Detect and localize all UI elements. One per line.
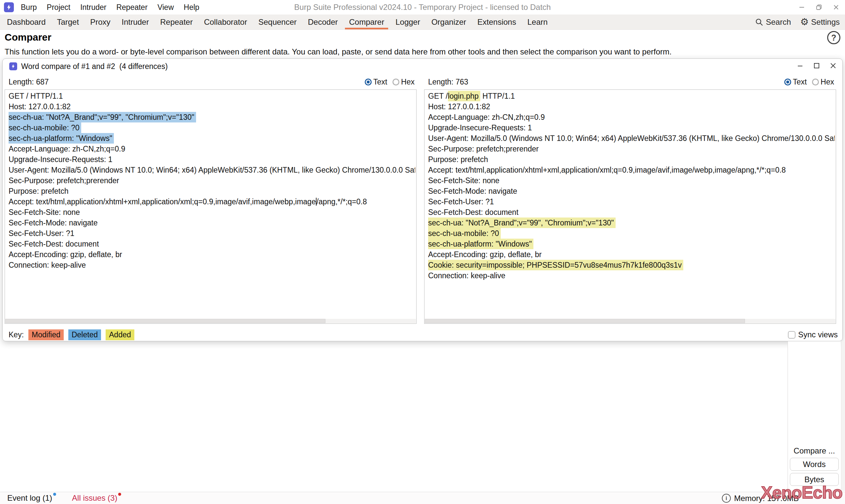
- left-mode-radios: Text Hex: [365, 77, 415, 87]
- http-line: sec-ch-ua-mobile: ?0: [428, 228, 835, 239]
- diff-deleted: sec-ch-ua-platform: "Windows": [8, 133, 114, 144]
- http-line: Cookie: security=impossible; PHPSESSID=5…: [428, 260, 835, 270]
- dialog-close-icon[interactable]: [830, 62, 837, 70]
- tab-sequencer[interactable]: Sequencer: [253, 15, 302, 29]
- http-line: sec-ch-ua: "Not?A_Brand";v="99", "Chromi…: [428, 217, 835, 228]
- left-text-radio[interactable]: Text: [365, 77, 387, 87]
- menu-project[interactable]: Project: [42, 3, 76, 12]
- http-line: Host: 127.0.0.1:82: [428, 101, 835, 112]
- http-line: Accept-Language: zh-CN,zh;q=0.9: [428, 112, 835, 123]
- compare-label: Compare ...: [788, 446, 841, 455]
- key-deleted-badge: Deleted: [68, 329, 101, 340]
- left-horizontal-scrollbar[interactable]: [5, 319, 416, 323]
- http-line: Connection: keep-alive: [428, 270, 835, 281]
- word-compare-dialog: Word compare of #1 and #2 (4 differences…: [2, 58, 843, 341]
- tab-extensions[interactable]: Extensions: [472, 15, 522, 29]
- menu-repeater[interactable]: Repeater: [111, 3, 152, 12]
- http-line: User-Agent: Mozilla/5.0 (Windows NT 10.0…: [428, 133, 835, 144]
- left-length-label: Length: 687: [8, 77, 49, 87]
- page-scrollbar[interactable]: [841, 341, 845, 491]
- compare-bytes-button[interactable]: Bytes: [790, 473, 839, 486]
- event-log-button[interactable]: Event log (1): [7, 493, 56, 503]
- right-length-label: Length: 763: [428, 77, 468, 87]
- menu-help[interactable]: Help: [179, 3, 204, 12]
- search-button[interactable]: Search: [755, 18, 791, 27]
- key-label: Key:: [8, 330, 24, 339]
- http-line: GET /login.php HTTP/1.1: [428, 91, 835, 101]
- help-icon[interactable]: ?: [827, 31, 840, 44]
- issues-dot: [118, 493, 121, 496]
- settings-label: Settings: [811, 18, 840, 27]
- right-text-radio[interactable]: Text: [784, 77, 807, 87]
- tab-organizer[interactable]: Organizer: [426, 15, 472, 29]
- tab-logger[interactable]: Logger: [390, 15, 426, 29]
- tab-collaborator[interactable]: Collaborator: [198, 15, 253, 29]
- http-line: Accept-Language: zh-CN,zh;q=0.9: [8, 144, 415, 154]
- tab-intruder[interactable]: Intruder: [116, 15, 155, 29]
- gear-icon: ⚙: [800, 17, 809, 27]
- http-line: sec-ch-ua-platform: "Windows": [8, 133, 415, 144]
- http-line: Sec-Fetch-Dest: document: [8, 239, 415, 249]
- dialog-title: Word compare of #1 and #2 (4 differences…: [21, 62, 168, 71]
- sync-views-toggle[interactable]: Sync views: [788, 330, 840, 339]
- http-line: Accept-Encoding: gzip, deflate, br: [428, 249, 835, 260]
- tab-proxy[interactable]: Proxy: [85, 15, 116, 29]
- diff-added: sec-ch-ua-platform: "Windows": [428, 239, 534, 249]
- diff-deleted: sec-ch-ua: "Not?A_Brand";v="99", "Chromi…: [8, 112, 196, 123]
- right-hex-radio[interactable]: Hex: [812, 77, 834, 87]
- sync-views-label: Sync views: [798, 330, 838, 339]
- http-line: Sec-Fetch-Dest: document: [428, 207, 835, 217]
- right-horizontal-scrollbar[interactable]: [425, 319, 835, 323]
- diff-added: Cookie: security=impossible; PHPSESSID=5…: [428, 260, 683, 270]
- menu-view[interactable]: View: [152, 3, 179, 12]
- scrollbar-thumb[interactable]: [425, 319, 745, 323]
- compare-panel-right[interactable]: GET /login.php HTTP/1.1Host: 127.0.0.1:8…: [424, 89, 836, 324]
- tab-dashboard[interactable]: Dashboard: [1, 15, 51, 29]
- menubar: Burp Project Intruder Repeater View Help: [16, 3, 204, 12]
- http-line: Sec-Fetch-User: ?1: [8, 228, 415, 239]
- minimize-icon[interactable]: [799, 4, 805, 10]
- http-line: Sec-Fetch-Mode: navigate: [8, 217, 415, 228]
- tab-learn[interactable]: Learn: [522, 15, 553, 29]
- close-icon[interactable]: [833, 4, 839, 10]
- http-line: sec-ch-ua: "Not?A_Brand";v="99", "Chromi…: [8, 112, 415, 123]
- window-title: Burp Suite Professional v2024.10 - Tempo…: [294, 3, 551, 12]
- search-icon: [755, 18, 763, 26]
- diff-deleted: sec-ch-ua-mobile: ?0: [8, 123, 81, 133]
- key-row: Key: Modified Deleted Added Sync views: [5, 329, 840, 341]
- event-log-label: Event log (1): [7, 493, 52, 503]
- scrollbar-thumb[interactable]: [5, 319, 325, 323]
- http-line: Upgrade-Insecure-Requests: 1: [428, 123, 835, 133]
- main-tabbar: Dashboard Target Proxy Intruder Repeater…: [0, 15, 845, 30]
- http-line: Accept: text/html,application/xhtml+xml,…: [8, 196, 415, 207]
- http-line: Sec-Purpose: prefetch;prerender: [428, 144, 835, 154]
- dialog-titlebar[interactable]: Word compare of #1 and #2 (4 differences…: [3, 59, 842, 74]
- menu-burp[interactable]: Burp: [16, 3, 42, 12]
- menu-intruder[interactable]: Intruder: [75, 3, 111, 12]
- tab-comparer[interactable]: Comparer: [343, 15, 390, 29]
- tab-repeater[interactable]: Repeater: [155, 15, 198, 29]
- left-hex-radio[interactable]: Hex: [393, 77, 415, 87]
- dialog-minimize-icon[interactable]: [797, 62, 804, 70]
- restore-icon[interactable]: [816, 4, 822, 10]
- tab-decoder[interactable]: Decoder: [302, 15, 344, 29]
- compare-panel-left-text[interactable]: GET / HTTP/1.1Host: 127.0.0.1:82sec-ch-u…: [8, 91, 415, 318]
- left-hex-radio-label: Hex: [401, 77, 415, 87]
- http-line: Sec-Fetch-Mode: navigate: [428, 186, 835, 196]
- compare-words-button[interactable]: Words: [790, 458, 839, 471]
- dialog-maximize-icon[interactable]: [813, 62, 820, 70]
- window-controls: [799, 4, 845, 10]
- tab-target[interactable]: Target: [51, 15, 85, 29]
- compare-panel-right-text[interactable]: GET /login.php HTTP/1.1Host: 127.0.0.1:8…: [428, 91, 835, 318]
- http-line: Sec-Purpose: prefetch;prerender: [8, 175, 415, 186]
- memory-area: i Memory: 157.0MB: [722, 492, 799, 504]
- page-title: Comparer: [5, 32, 845, 43]
- settings-button[interactable]: ⚙ Settings: [800, 17, 840, 27]
- all-issues-button[interactable]: All issues (3): [72, 493, 121, 503]
- burp-suite-window: Burp Project Intruder Repeater View Help…: [0, 0, 845, 504]
- event-log-dot: [53, 493, 56, 496]
- compare-panel-left[interactable]: GET / HTTP/1.1Host: 127.0.0.1:82sec-ch-u…: [5, 89, 417, 324]
- http-line: Sec-Fetch-User: ?1: [428, 196, 835, 207]
- right-text-radio-label: Text: [793, 77, 807, 87]
- http-line: Accept: text/html,application/xhtml+xml,…: [428, 165, 835, 175]
